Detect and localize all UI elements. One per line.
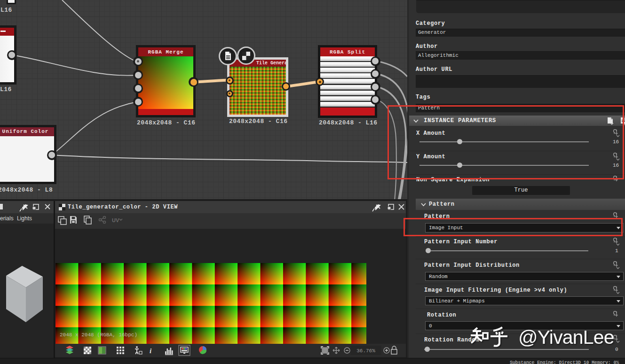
svg-text:@YivanLee: @YivanLee xyxy=(518,326,614,348)
svg-text:i: i xyxy=(150,347,152,355)
svg-text:UV: UV xyxy=(112,217,119,223)
svg-text:36.76%: 36.76% xyxy=(356,348,375,354)
